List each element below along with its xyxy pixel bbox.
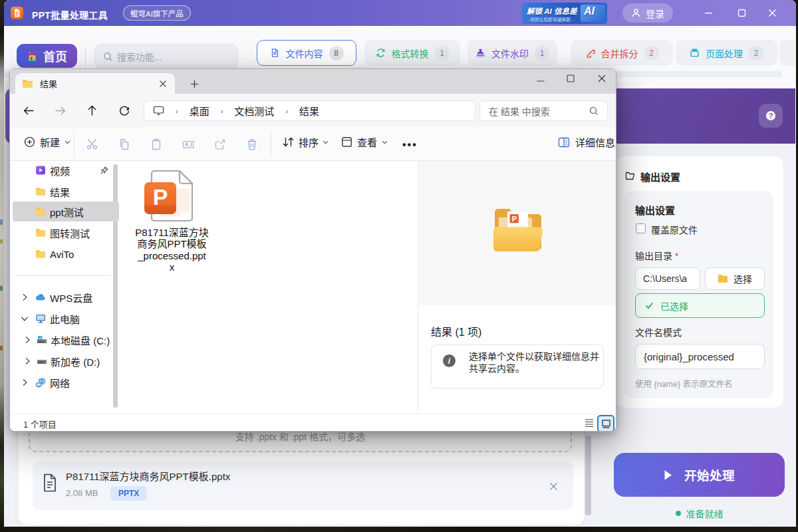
svg-text:P: P: [512, 215, 517, 223]
